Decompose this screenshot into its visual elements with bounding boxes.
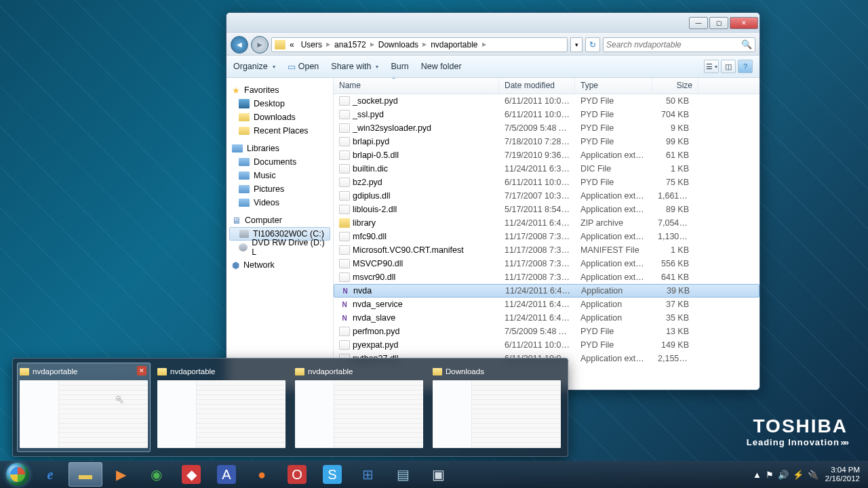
view-options-button[interactable]: ☰	[704, 60, 719, 73]
taskbar-app-wmp[interactable]: ▶	[104, 462, 138, 487]
file-icon	[339, 164, 350, 174]
taskbar-app-app-a[interactable]: A	[210, 462, 243, 487]
file-row[interactable]: _socket.pyd6/11/2011 10:09 PMPYD File50 …	[334, 94, 760, 108]
folder-icon	[433, 368, 442, 375]
sidebar-network[interactable]: ⬢Network	[226, 258, 333, 272]
sidebar-item-music[interactable]: Music	[226, 169, 333, 182]
brand-logo: TOSHIBA Leading Innovation	[747, 415, 848, 447]
file-row[interactable]: gdiplus.dll7/17/2007 10:33 PMApplication…	[334, 189, 760, 203]
taskbar-app-opera[interactable]: O	[280, 462, 314, 487]
back-button[interactable]: ◄	[231, 36, 248, 54]
refresh-button[interactable]: ↻	[585, 37, 600, 52]
titlebar[interactable]: — ▢ ✕	[226, 13, 760, 33]
tray-icon[interactable]: ⚡	[793, 470, 804, 480]
file-row[interactable]: perfmon.pyd7/5/2009 5:48 AMPYD File13 KB	[334, 325, 760, 338]
taskbar-app-app-last[interactable]: ▣	[421, 462, 455, 487]
taskbar-app-app-red[interactable]: ◆	[174, 462, 208, 487]
file-row[interactable]: Nnvda11/24/2011 6:43 PMApplication39 KB	[334, 284, 760, 298]
address-dropdown[interactable]: ▾	[570, 37, 583, 52]
new-folder-button[interactable]: New folder	[421, 62, 462, 71]
library-icon	[239, 199, 250, 207]
tray-icon[interactable]: ⚑	[766, 470, 774, 480]
file-size: 2,155 KB	[652, 354, 694, 363]
open-button[interactable]: ▭ Open	[288, 62, 319, 72]
taskbar-app-notepad[interactable]: ▤	[386, 462, 420, 487]
file-row[interactable]: Microsoft.VC90.CRT.manifest11/17/2008 7:…	[334, 243, 760, 257]
file-row[interactable]: brlapi.pyd7/18/2010 7:28 PMPYD File99 KB	[334, 135, 760, 148]
file-list[interactable]: _socket.pyd6/11/2011 10:09 PMPYD File50 …	[334, 94, 760, 390]
share-menu[interactable]: Share with	[331, 62, 378, 71]
file-row[interactable]: msvcr90.dll11/17/2008 7:30 PMApplication…	[334, 270, 760, 284]
file-name: brlapi.pyd	[353, 137, 389, 146]
sidebar-item-videos[interactable]: Videos	[226, 196, 333, 209]
file-row[interactable]: pyexpat.pyd6/11/2011 10:06 PMPYD File149…	[334, 338, 760, 352]
file-size: 13 KB	[652, 327, 694, 336]
forward-button[interactable]: ►	[251, 36, 269, 54]
file-date: 6/11/2011 10:09 PM	[499, 96, 575, 106]
sidebar-favorites[interactable]: ★Favorites	[226, 83, 333, 97]
window-thumbnail[interactable]: nvdaportable	[155, 363, 288, 452]
start-button[interactable]	[3, 462, 33, 487]
file-row[interactable]: _ssl.pyd6/11/2011 10:09 PMPYD File704 KB	[334, 108, 760, 121]
file-size: 50 KB	[652, 96, 694, 106]
file-icon	[339, 96, 350, 106]
file-row[interactable]: MSVCP90.dll11/17/2008 7:30 PMApplication…	[334, 257, 760, 270]
taskbar-app-skype[interactable]: S	[315, 462, 349, 487]
sidebar-item-documents[interactable]: Documents	[226, 155, 333, 169]
taskbar-app-chrome[interactable]: ◉	[139, 462, 173, 487]
file-icon	[339, 178, 350, 187]
taskbar-app-ie[interactable]: e	[33, 462, 67, 487]
file-row[interactable]: mfc90.dll11/17/2008 7:30 PMApplication e…	[334, 230, 760, 243]
breadcrumb[interactable]: Downloads	[376, 40, 421, 49]
breadcrumb[interactable]: Users	[298, 40, 325, 49]
column-size[interactable]: Size	[652, 78, 698, 94]
search-box[interactable]: 🔍	[603, 37, 755, 52]
sidebar-item-dvd[interactable]: DVD RW Drive (D:) L	[226, 241, 333, 254]
desktop-icon	[239, 99, 250, 108]
breadcrumb[interactable]: nvdaportable	[428, 40, 480, 49]
sidebar-computer[interactable]: 🖥Computer	[226, 214, 333, 227]
window-thumbnail[interactable]: nvdaportable	[292, 363, 426, 452]
system-tray[interactable]: ▲⚑🔊⚡🔌 3:04 PM 2/16/2012	[747, 466, 865, 483]
file-row[interactable]: builtin.dic11/24/2011 6:39 PMDIC File1 K…	[334, 162, 760, 176]
tray-icon[interactable]: 🔊	[778, 470, 789, 480]
taskbar-app-control[interactable]: ⊞	[351, 462, 384, 487]
breadcrumb-overflow[interactable]: «	[287, 40, 297, 49]
file-row[interactable]: liblouis-2.dll5/17/2011 8:54 AMApplicati…	[334, 203, 760, 216]
disc-icon	[239, 243, 248, 251]
tray-icon[interactable]: 🔌	[808, 470, 818, 480]
organize-menu[interactable]: Organize	[233, 62, 275, 71]
sidebar-item-desktop[interactable]: Desktop	[226, 97, 333, 110]
thumbnail-close-button[interactable]: ✕	[137, 366, 146, 375]
minimize-button[interactable]: —	[689, 17, 708, 29]
search-input[interactable]	[606, 40, 741, 49]
file-row[interactable]: Nnvda_slave11/24/2011 6:43 PMApplication…	[334, 311, 760, 325]
taskbar-app-firefox[interactable]: ●	[245, 462, 279, 487]
breadcrumb[interactable]: ana1572	[332, 40, 369, 49]
close-button[interactable]: ✕	[730, 17, 758, 29]
preview-pane-button[interactable]: ◫	[721, 60, 736, 73]
column-type[interactable]: Type	[575, 78, 652, 94]
address-bar[interactable]: « Users▶ ana1572▶ Downloads▶ nvdaportabl…	[271, 37, 568, 52]
help-button[interactable]: ?	[738, 60, 753, 73]
window-thumbnail[interactable]: Downloads	[430, 363, 564, 452]
taskbar-app-explorer[interactable]: ▬	[68, 462, 102, 487]
file-icon	[339, 232, 350, 241]
file-row[interactable]: brlapi-0.5.dll7/19/2010 9:36 AMApplicati…	[334, 148, 760, 162]
sidebar-item-downloads[interactable]: Downloads	[226, 110, 333, 124]
window-thumbnail[interactable]: nvdaportable✕	[17, 363, 151, 452]
app-icon: ▤	[393, 465, 412, 484]
column-date[interactable]: Date modified	[499, 78, 575, 94]
column-name[interactable]: Name▲	[334, 78, 499, 94]
sidebar-item-pictures[interactable]: Pictures	[226, 182, 333, 196]
tray-icon[interactable]: ▲	[753, 470, 762, 480]
file-row[interactable]: bz2.pyd6/11/2011 10:06 PMPYD File75 KB	[334, 176, 760, 189]
sidebar-item-recent[interactable]: Recent Places	[226, 124, 333, 138]
clock[interactable]: 3:04 PM 2/16/2012	[825, 466, 860, 483]
sidebar-libraries[interactable]: Libraries	[226, 142, 333, 155]
file-row[interactable]: Nnvda_service11/24/2011 6:43 PMApplicati…	[334, 298, 760, 311]
burn-button[interactable]: Burn	[391, 62, 408, 71]
maximize-button[interactable]: ▢	[709, 17, 728, 29]
file-row[interactable]: _win32sysloader.pyd7/5/2009 5:48 AMPYD F…	[334, 121, 760, 135]
file-row[interactable]: library11/24/2011 6:43 PMZIP archive7,05…	[334, 216, 760, 230]
